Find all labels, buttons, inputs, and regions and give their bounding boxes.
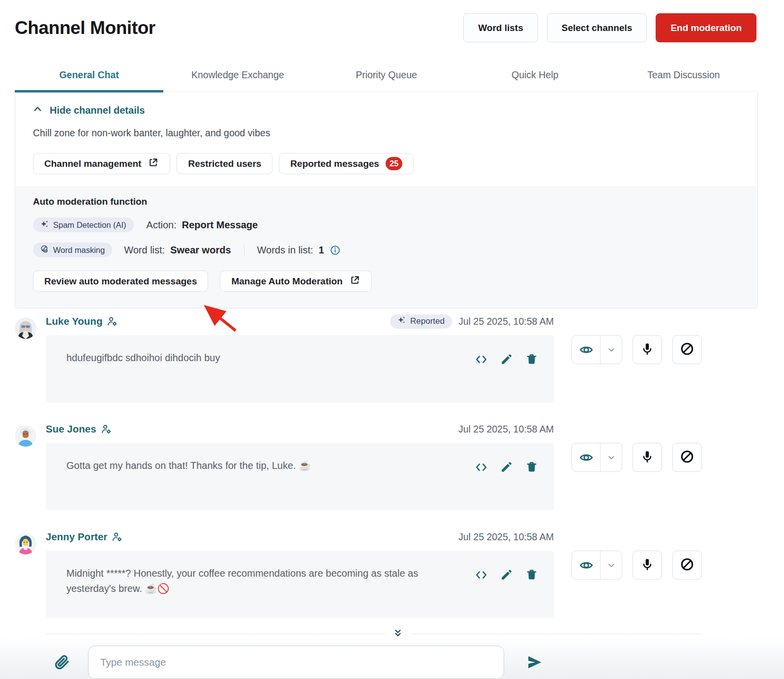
microphone-icon — [640, 450, 654, 465]
tab-knowledge-exchange[interactable]: Knowledge Exchange — [163, 62, 312, 91]
chevron-down-icon[interactable] — [601, 443, 622, 471]
restricted-users-button[interactable]: Restricted users — [177, 153, 272, 174]
ban-user-button[interactable] — [672, 335, 702, 364]
toggle-label: Hide channel details — [50, 105, 145, 116]
message-timestamp: Jul 25 2025, 10:58 AM — [458, 424, 554, 435]
end-moderation-button[interactable]: End moderation — [656, 13, 756, 42]
info-icon[interactable] — [330, 245, 340, 255]
microphone-icon — [640, 342, 654, 358]
channel-details-card: Hide channel details Chill zone for non-… — [15, 92, 758, 309]
message-bubble: hdufeugifbdc sdhoihoi dihdocih buy — [46, 335, 554, 402]
user-gear-icon — [101, 425, 111, 434]
collapse-divider — [46, 628, 702, 640]
external-link-icon — [349, 275, 361, 288]
external-link-icon — [148, 157, 159, 171]
message-row: Luke Young Reported Jul 25 2025, 10:58 A… — [15, 314, 769, 402]
ban-user-button[interactable] — [672, 443, 702, 472]
select-channels-button[interactable]: Select channels — [547, 13, 647, 42]
edit-pencil-icon[interactable] — [500, 568, 513, 582]
manage-auto-moderation-button[interactable]: Manage Auto Moderation — [220, 271, 371, 292]
tab-team-discussion[interactable]: Team Discussion — [609, 62, 758, 91]
visibility-split-button — [572, 551, 622, 580]
header-actions: Word lists Select channels End moderatio… — [463, 13, 756, 42]
message-text: hdufeugifbdc sdhoihoi dihdocih buy — [66, 350, 448, 366]
attachment-paperclip-icon[interactable] — [54, 654, 70, 670]
chevron-down-icon[interactable] — [601, 551, 622, 579]
message-author[interactable]: Jenny Porter — [46, 531, 107, 543]
eye-icon[interactable] — [572, 443, 601, 471]
message-composer — [0, 646, 784, 679]
auto-moderation-heading: Auto moderation function — [33, 196, 740, 207]
word-masking-icon — [40, 245, 49, 255]
page-title: Channel Monitor — [15, 13, 155, 38]
message-bubble: Gotta get my hands on that! Thanks for t… — [46, 443, 554, 510]
sparkles-icon — [40, 220, 49, 230]
avatar-jenny-porter — [15, 533, 36, 555]
auto-moderation-section: Auto moderation function Spam Detection … — [15, 186, 757, 308]
visibility-split-button — [572, 443, 622, 472]
view-code-icon[interactable] — [475, 461, 488, 474]
ban-user-button[interactable] — [672, 551, 702, 580]
message-row: Sue Jones Jul 25 2025, 10:58 AM Gotta ge… — [15, 422, 769, 510]
delete-trash-icon[interactable] — [525, 353, 538, 366]
channel-tabs: General Chat Knowledge Exchange Priority… — [15, 62, 758, 92]
word-masking-chip: Word masking — [33, 243, 112, 257]
message-timestamp: Jul 25 2025, 10:58 AM — [458, 531, 554, 543]
channel-monitor-page: Channel Monitor Word lists Select channe… — [0, 0, 784, 679]
spam-detection-chip: Spam Detection (AI) — [33, 217, 134, 232]
avatar-luke-young — [15, 317, 36, 339]
message-input[interactable] — [88, 646, 504, 679]
message-text: Gotta get my hands on that! Thanks for t… — [66, 458, 448, 473]
microphone-icon — [640, 557, 654, 573]
tab-priority-queue[interactable]: Priority Queue — [312, 62, 460, 91]
words-in-list-label: Words in list: — [257, 245, 313, 256]
tab-quick-help[interactable]: Quick Help — [461, 62, 609, 91]
delete-trash-icon[interactable] — [525, 461, 538, 474]
mute-microphone-button[interactable] — [633, 443, 662, 472]
avatar-sue-jones — [15, 425, 36, 447]
reported-count-badge: 25 — [386, 157, 402, 170]
word-list-value: Swear words — [170, 245, 231, 256]
user-gear-icon — [107, 317, 117, 326]
ban-icon — [680, 341, 694, 358]
ban-icon — [680, 449, 694, 466]
eye-icon[interactable] — [572, 336, 601, 364]
chevron-up-icon — [33, 104, 42, 116]
message-author[interactable]: Luke Young — [46, 315, 102, 327]
double-chevron-down-icon[interactable] — [392, 628, 404, 640]
reported-messages-button[interactable]: Reported messages 25 — [279, 153, 414, 174]
message-bubble: Midnight *****? Honestly, your coffee re… — [46, 551, 554, 618]
ban-icon — [680, 557, 694, 574]
word-lists-button[interactable]: Word lists — [463, 13, 538, 42]
eye-icon[interactable] — [572, 551, 601, 579]
header: Channel Monitor Word lists Select channe… — [0, 0, 784, 42]
delete-trash-icon[interactable] — [525, 568, 538, 582]
review-auto-moderated-button[interactable]: Review auto moderated messages — [33, 271, 208, 292]
word-list-label: Word list: — [124, 245, 165, 256]
action-value: Report Message — [182, 219, 258, 231]
chevron-down-icon[interactable] — [601, 336, 622, 364]
channel-description: Chill zone for non-work banter, laughter… — [33, 127, 740, 139]
message-timestamp: Jul 25 2025, 10:58 AM — [458, 316, 554, 327]
view-code-icon[interactable] — [475, 568, 488, 582]
channel-management-button[interactable]: Channel management — [33, 153, 170, 174]
mute-microphone-button[interactable] — [633, 335, 662, 364]
edit-pencil-icon[interactable] — [500, 353, 513, 366]
message-text: Midnight *****? Honestly, your coffee re… — [66, 566, 448, 596]
reported-badge: Reported — [390, 314, 452, 329]
edit-pencil-icon[interactable] — [500, 461, 513, 474]
mute-microphone-button[interactable] — [633, 551, 662, 580]
tab-general-chat[interactable]: General Chat — [15, 62, 163, 91]
message-row: Jenny Porter Jul 25 2025, 10:58 AM Midni… — [15, 530, 769, 618]
send-icon[interactable] — [526, 654, 543, 671]
hide-channel-details-toggle[interactable]: Hide channel details — [33, 104, 145, 116]
sparkles-icon — [397, 316, 406, 327]
view-code-icon[interactable] — [475, 353, 488, 366]
visibility-split-button — [572, 335, 622, 364]
words-in-list-value: 1 — [319, 245, 324, 256]
action-label: Action: — [147, 219, 177, 231]
user-gear-icon — [112, 532, 122, 542]
message-author[interactable]: Sue Jones — [46, 423, 96, 435]
message-list: Luke Young Reported Jul 25 2025, 10:58 A… — [15, 314, 769, 618]
